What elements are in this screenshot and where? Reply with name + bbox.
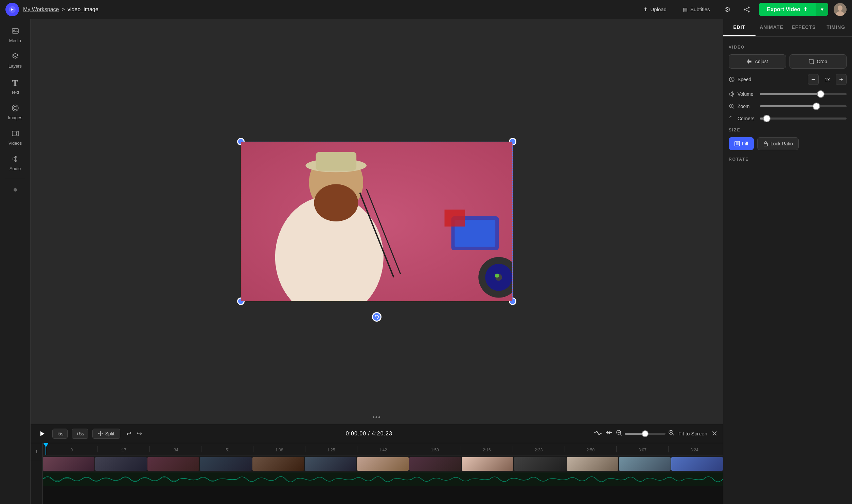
topbar: My Workspace > video_image ⬆ Upload ▤ Su… bbox=[0, 0, 852, 19]
tab-timing[interactable]: TIMING bbox=[820, 19, 852, 36]
speed-decrease-button[interactable]: − bbox=[808, 74, 819, 85]
corners-slider[interactable] bbox=[760, 118, 847, 120]
close-timeline-button[interactable]: ✕ bbox=[711, 429, 717, 438]
speed-label-group: Speed bbox=[729, 76, 763, 83]
svg-point-21 bbox=[314, 184, 358, 221]
right-panel: EDIT ANIMATE EFFECTS TIMING VIDEO bbox=[723, 19, 852, 504]
ruler-mark-125: 1:25 bbox=[305, 446, 357, 452]
zoom-panel-slider[interactable] bbox=[760, 105, 847, 107]
video-thumb-7 bbox=[357, 457, 409, 471]
skip-back-button[interactable]: -5s bbox=[52, 429, 68, 439]
video-thumb-10 bbox=[514, 457, 566, 471]
upload-icon: ⬆ bbox=[643, 6, 648, 13]
sidebar-item-images[interactable]: Images bbox=[2, 100, 29, 124]
subtitles-button[interactable]: ▤ Subtitles bbox=[677, 4, 715, 15]
sidebar-item-layers[interactable]: Layers bbox=[2, 49, 29, 73]
play-button[interactable] bbox=[36, 428, 48, 440]
settings-button[interactable]: ⚙ bbox=[721, 3, 734, 16]
svg-rect-58 bbox=[736, 142, 739, 145]
sidebar-item-videos[interactable]: Videos bbox=[2, 126, 29, 150]
ruler-mark-233: 2:33 bbox=[513, 446, 565, 452]
video-thumb-11 bbox=[567, 457, 618, 471]
timeline-effect-button[interactable] bbox=[594, 430, 602, 437]
video-thumb-6 bbox=[305, 457, 356, 471]
tab-animate[interactable]: ANIMATE bbox=[756, 19, 788, 36]
panel-tabs: EDIT ANIMATE EFFECTS TIMING bbox=[723, 19, 852, 37]
sidebar-item-text[interactable]: T Text bbox=[2, 74, 29, 99]
video-section-label: VIDEO bbox=[729, 45, 847, 50]
svg-line-56 bbox=[733, 107, 734, 109]
svg-line-5 bbox=[745, 10, 748, 11]
ruler-mark-159: 1:59 bbox=[409, 446, 461, 452]
fit-to-screen-button[interactable]: Fit to Screen bbox=[678, 431, 707, 436]
svg-line-40 bbox=[620, 434, 622, 435]
svg-rect-13 bbox=[12, 131, 16, 136]
fill-button[interactable]: Fill bbox=[729, 137, 754, 150]
ruler-mark-17: :17 bbox=[97, 446, 149, 452]
workspace-link[interactable]: My Workspace bbox=[23, 6, 59, 13]
video-track[interactable] bbox=[43, 455, 723, 472]
canvas-area: ••• -5s +5s Split ↩ ↪ bbox=[31, 19, 723, 504]
video-actions-row: Adjust Crop bbox=[729, 54, 847, 69]
main-layout: Media Layers T Text Images bbox=[0, 19, 852, 504]
ruler-mark-108: 1:08 bbox=[253, 446, 305, 452]
crop-button[interactable]: Crop bbox=[789, 54, 847, 69]
volume-row: Volume bbox=[729, 91, 847, 97]
video-thumb-13 bbox=[671, 457, 723, 471]
speed-controls: − 1x + bbox=[808, 74, 847, 85]
tab-edit[interactable]: EDIT bbox=[723, 19, 756, 36]
videos-icon bbox=[12, 130, 19, 139]
audio-track[interactable]: // Generate waveform bars in SVG bbox=[43, 472, 723, 486]
trim-button[interactable] bbox=[606, 430, 612, 437]
rotate-handle[interactable] bbox=[372, 312, 381, 322]
zoom-row: Zoom bbox=[729, 103, 847, 109]
svg-line-34 bbox=[594, 431, 597, 433]
lock-ratio-button[interactable]: Lock Ratio bbox=[757, 137, 799, 150]
upload-button[interactable]: ⬆ Upload bbox=[638, 4, 672, 15]
text-icon: T bbox=[12, 78, 18, 88]
split-button[interactable]: Split bbox=[92, 429, 120, 439]
app-logo[interactable] bbox=[5, 3, 19, 16]
svg-rect-19 bbox=[316, 152, 356, 171]
redo-button[interactable]: ↪ bbox=[135, 428, 144, 439]
layers-icon bbox=[12, 53, 19, 62]
avatar[interactable] bbox=[834, 3, 847, 16]
export-video-button[interactable]: Export Video ⬆ bbox=[759, 3, 816, 16]
playhead[interactable] bbox=[46, 443, 46, 455]
speed-row: Speed − 1x + bbox=[729, 74, 847, 85]
size-section: SIZE Fill Lock Ratio bbox=[729, 128, 847, 150]
zoom-controls bbox=[616, 430, 674, 437]
export-dropdown-button[interactable]: ▾ bbox=[816, 3, 828, 16]
svg-rect-9 bbox=[12, 29, 18, 33]
video-preview[interactable] bbox=[241, 142, 513, 301]
adjust-button[interactable]: Adjust bbox=[729, 54, 786, 69]
video-thumb-1 bbox=[43, 457, 94, 471]
rotate-section-label: ROTATE bbox=[729, 157, 847, 162]
sidebar-item-audio[interactable]: Audio bbox=[2, 151, 29, 175]
video-thumb-5 bbox=[252, 457, 304, 471]
undo-button[interactable]: ↩ bbox=[124, 428, 134, 439]
zoom-in-button[interactable] bbox=[668, 430, 674, 437]
tab-effects[interactable]: EFFECTS bbox=[788, 19, 820, 36]
share-button[interactable] bbox=[740, 3, 753, 16]
more-dots[interactable]: ••• bbox=[373, 414, 381, 421]
size-buttons: Fill Lock Ratio bbox=[729, 137, 847, 150]
timeline-area: 1 0 :17 :34 :51 1:08 1:25 1:42 1:59 bbox=[31, 443, 723, 504]
media-icon bbox=[12, 27, 19, 37]
sidebar-divider bbox=[5, 178, 25, 178]
ruler-mark-250: 2:50 bbox=[565, 446, 617, 452]
zoom-slider[interactable] bbox=[625, 433, 665, 435]
panel-content: VIDEO Adjust bbox=[723, 37, 852, 504]
zoom-out-button[interactable] bbox=[616, 430, 622, 437]
skip-forward-button[interactable]: +5s bbox=[72, 429, 88, 439]
sidebar-item-media[interactable]: Media bbox=[2, 23, 29, 47]
canvas-wrapper: ••• bbox=[31, 19, 723, 424]
ruler-mark-216: 2:16 bbox=[461, 446, 513, 452]
volume-slider[interactable] bbox=[760, 93, 847, 95]
corners-label-group: Corners bbox=[729, 115, 756, 122]
sidebar-item-color[interactable] bbox=[2, 181, 29, 199]
video-thumb-9 bbox=[462, 457, 513, 471]
speed-increase-button[interactable]: + bbox=[836, 74, 847, 85]
svg-line-35 bbox=[597, 431, 599, 435]
svg-point-3 bbox=[748, 11, 749, 12]
